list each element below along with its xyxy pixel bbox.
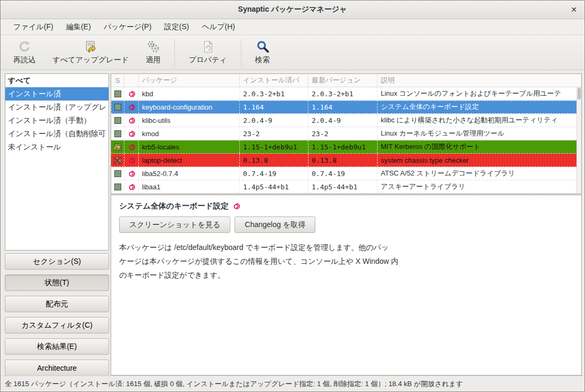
search-label: 検索	[255, 55, 270, 65]
filter-item-installed-manual[interactable]: インストール済（手動）	[5, 114, 108, 127]
apply-label: 適用	[146, 55, 161, 65]
package-name: liba52-0.7.4	[139, 167, 240, 180]
titlebar: Synaptic パッケージマネージャ ✕	[1, 1, 584, 19]
installed-version: 1.15-1+deb9u1	[240, 140, 308, 153]
status-installed-icon	[111, 180, 124, 193]
debian-swirl-icon	[124, 167, 139, 180]
column-header-status[interactable]: S	[111, 74, 124, 87]
debian-swirl-icon	[124, 87, 139, 100]
filter-item-all[interactable]: すべて	[5, 74, 108, 87]
table-vertical-scrollbar[interactable]	[576, 87, 581, 194]
menu-settings[interactable]: 設定(S)	[158, 20, 196, 34]
menu-help[interactable]: ヘルプ(H)	[196, 20, 241, 34]
filter-item-installed[interactable]: インストール済	[5, 87, 108, 101]
status-installed-icon	[111, 101, 124, 113]
debian-swirl-icon	[124, 154, 139, 166]
upgrade-all-button[interactable]: すべてアップグレード	[44, 37, 137, 68]
package-name: kbd	[139, 87, 240, 100]
close-icon[interactable]: ✕	[571, 5, 577, 14]
column-header-description[interactable]: 説明	[378, 74, 581, 87]
statusbar: 全 1615 パッケージ（インストール済: 1615 個, 破損 0 個, イン…	[1, 376, 584, 391]
toolbar: 再読込 すべてアップグレード 適用 プロパティ	[1, 35, 584, 70]
properties-icon	[201, 40, 215, 54]
table-row-marked-upgrade[interactable]: krb5-locales 1.15-1+deb9u1 1.15-1+deb9u1…	[111, 140, 581, 154]
column-header-supported[interactable]	[124, 74, 139, 87]
package-name: kmod	[139, 127, 240, 140]
package-description: Linux コンソールのフォントおよびキーテーブル用ユーテ	[378, 87, 581, 100]
status-view-button[interactable]: 状態(T)	[5, 274, 109, 291]
filter-item-not-installed[interactable]: 未インストール	[5, 140, 108, 154]
debian-swirl-icon	[124, 127, 139, 140]
apply-button[interactable]: 適用	[137, 37, 169, 68]
status-marked-upgrade-icon	[111, 140, 124, 153]
status-installed-icon	[111, 87, 124, 100]
architecture-view-button[interactable]: Architecture	[5, 360, 109, 376]
installed-version: 2.0.4-9	[240, 114, 308, 127]
status-filter-list: すべて インストール済 インストール済（アップグレ インストール済（手動） イン…	[5, 73, 109, 251]
sections-view-button[interactable]: セクション(S)	[5, 253, 109, 270]
package-description: klibc により構築された小さな起動初期用ユーティリティ	[378, 114, 581, 127]
latest-version: 1.15-1+deb9u1	[308, 140, 378, 153]
debian-swirl-icon	[124, 180, 139, 193]
installed-version: 1.164	[240, 101, 308, 113]
latest-version: 1.164	[308, 101, 378, 113]
details-title: システム全体のキーボード設定	[119, 201, 229, 211]
synaptic-window: Synaptic パッケージマネージャ ✕ ファイル(F) 編集(E) パッケー…	[0, 0, 585, 392]
column-header-latest-version[interactable]: 最新バージョン	[308, 74, 378, 87]
table-row[interactable]: kbd 2.0.3-2+b1 2.0.3-2+b1 Linux コンソールのフォ…	[111, 87, 581, 101]
latest-version: 2.0.3-2+b1	[308, 87, 378, 100]
table-row-selected[interactable]: keyboard-configuration 1.164 1.164 システム全…	[111, 101, 581, 114]
column-header-package[interactable]: パッケージ	[139, 74, 240, 87]
scrollbar-thumb[interactable]	[578, 88, 581, 99]
details-description-line: のキーボード設定ができます。	[119, 268, 470, 282]
main-area: すべて インストール済 インストール済（アップグレ インストール済（手動） イン…	[1, 71, 584, 376]
table-row[interactable]: libaa1 1.4p5-44+b1 1.4p5-44+b1 アスキーアートライ…	[111, 180, 581, 194]
debian-swirl-icon	[124, 114, 139, 127]
table-row[interactable]: klibc-utils 2.0.4-9 2.0.4-9 klibc により構築さ…	[111, 114, 581, 127]
origin-view-button[interactable]: 配布元	[5, 296, 109, 312]
status-installed-icon	[111, 114, 124, 127]
latest-version: 0.13.8	[308, 154, 378, 166]
table-row-marked-removal[interactable]: laptop-detect 0.13.8 0.13.8 system chass…	[111, 154, 581, 167]
filter-item-installed-autoremovable[interactable]: インストール済（自動削除可	[5, 127, 108, 140]
package-name: klibc-utils	[139, 114, 240, 127]
toolbar-separator	[241, 39, 241, 66]
table-row[interactable]: liba52-0.7.4 0.7.4-19 0.7.4-19 ATSC A/52…	[111, 167, 581, 180]
menu-edit[interactable]: 編集(E)	[60, 20, 97, 34]
search-icon	[256, 40, 270, 54]
statusbar-summary-text: 全 1615 パッケージ（インストール済: 1615 個, 破損 0 個, イン…	[5, 379, 463, 389]
latest-version: 23-2	[308, 127, 378, 140]
details-description-line: ケージは本パッケージが提供するこの情報を用いて、コンソール上や X Window…	[119, 254, 470, 268]
installed-version: 23-2	[240, 127, 308, 140]
debian-swirl-icon	[124, 101, 139, 113]
get-changelog-button[interactable]: Changelog を取得	[235, 216, 315, 233]
table-row[interactable]: kmod 23-2 23-2 Linux カーネルモジュール管理用ツール	[111, 127, 581, 140]
column-header-installed-version[interactable]: インストール済バ	[240, 74, 308, 87]
apply-gears-icon	[146, 40, 160, 54]
package-description: ATSC A/52 ストリームデコードライブラリ	[378, 167, 581, 180]
package-table: S パッケージ インストール済バ 最新バージョン 説明 kbd 2.0.3-2+…	[111, 73, 582, 194]
status-installed-icon	[111, 167, 124, 180]
package-description: アスキーアートライブラリ	[378, 180, 581, 193]
package-description: Linux カーネルモジュール管理用ツール	[378, 127, 581, 140]
search-results-view-button[interactable]: 検索結果(E)	[5, 338, 109, 355]
window-title: Synaptic パッケージマネージャ	[238, 5, 347, 14]
installed-version: 2.0.3-2+b1	[240, 87, 308, 100]
reload-icon	[18, 40, 31, 54]
latest-version: 2.0.4-9	[308, 114, 378, 127]
reload-label: 再読込	[13, 55, 36, 65]
status-marked-removal-icon	[111, 154, 124, 166]
properties-button[interactable]: プロパティ	[180, 37, 236, 68]
status-installed-icon	[111, 127, 124, 140]
reload-button[interactable]: 再読込	[5, 37, 44, 68]
filter-item-installed-upgradable[interactable]: インストール済（アップグレ	[5, 101, 108, 114]
view-screenshot-button[interactable]: スクリーンショットを見る	[119, 216, 230, 233]
search-button[interactable]: 検索	[247, 37, 279, 68]
package-description: MIT Kerberos の国際化サポート	[378, 140, 581, 153]
custom-filters-view-button[interactable]: カスタムフィルタ(C)	[5, 317, 109, 333]
menubar: ファイル(F) 編集(E) パッケージ(P) 設定(S) ヘルプ(H)	[1, 19, 584, 35]
toolbar-separator	[174, 39, 175, 66]
menu-package[interactable]: パッケージ(P)	[97, 20, 158, 34]
menu-file[interactable]: ファイル(F)	[7, 20, 60, 34]
details-description: 本パッケージは /etc/default/keyboard でキーボード設定を管…	[119, 240, 470, 282]
